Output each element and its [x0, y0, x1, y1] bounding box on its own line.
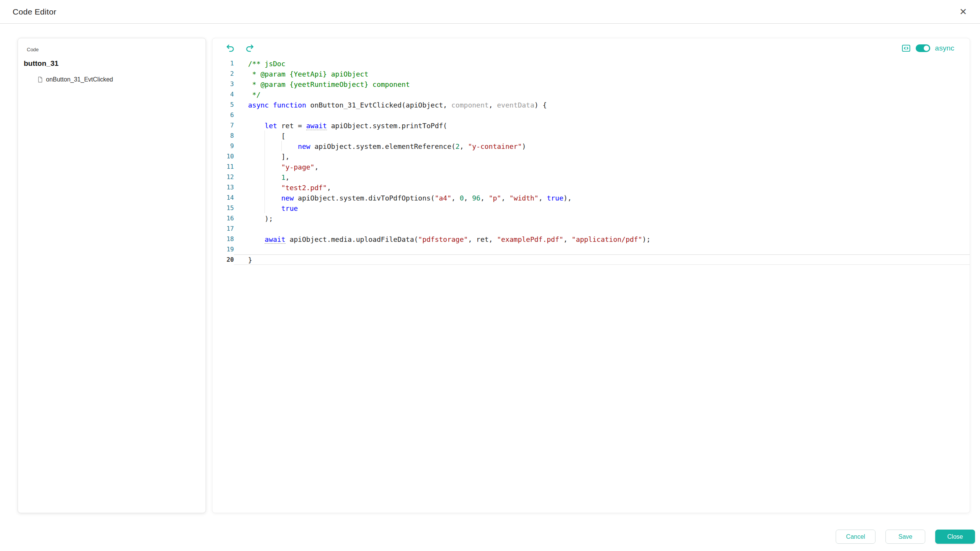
line-number[interactable]: 18 — [212, 234, 234, 244]
async-toggle[interactable] — [916, 44, 930, 52]
code-line[interactable]: 2 * @param {YeetApi} apiObject — [212, 68, 970, 79]
document-icon — [37, 76, 44, 83]
code-text[interactable]: let ret = await apiObject.system.printTo… — [234, 120, 970, 130]
code-line[interactable]: 8 [ — [212, 130, 970, 141]
code-token: true — [547, 194, 563, 202]
code-text[interactable]: ); — [234, 213, 970, 223]
line-number[interactable]: 12 — [212, 172, 234, 182]
sidebar-item-label: onButton_31_EvtClicked — [46, 76, 113, 83]
line-number[interactable]: 3 — [212, 79, 234, 89]
code-token: ); — [642, 235, 651, 243]
close-button[interactable]: Close — [935, 530, 975, 544]
code-line[interactable]: 20} — [212, 254, 970, 265]
code-token: , — [501, 194, 510, 202]
code-text[interactable]: * @param {yeetRuntimeObject} component — [234, 79, 970, 89]
code-line[interactable]: 15 true — [212, 203, 970, 213]
code-line[interactable]: 4 */ — [212, 89, 970, 99]
line-number[interactable]: 10 — [212, 151, 234, 161]
code-text[interactable] — [234, 244, 970, 254]
line-number[interactable]: 6 — [212, 110, 234, 120]
line-number[interactable]: 15 — [212, 203, 234, 213]
code-token: "a4" — [435, 194, 451, 202]
sidebar-item-event-handler[interactable]: onButton_31_EvtClicked — [37, 76, 206, 83]
code-text[interactable]: async function onButton_31_EvtClicked(ap… — [234, 99, 970, 110]
code-token: true — [281, 204, 298, 212]
code-token: /** jsDoc — [248, 60, 286, 68]
code-line[interactable]: 13 "test2.pdf", — [212, 182, 970, 192]
code-line[interactable]: 18 await apiObject.media.uploadFileData(… — [212, 234, 970, 244]
code-line[interactable]: 14 new apiObject.system.divToPdfOptions(… — [212, 192, 970, 203]
code-token: ); — [248, 215, 273, 223]
expand-editor-button[interactable] — [901, 43, 911, 53]
line-number[interactable]: 9 — [212, 141, 234, 151]
code-text[interactable]: "test2.pdf", — [234, 182, 970, 192]
code-line[interactable]: 3 * @param {yeetRuntimeObject} component — [212, 79, 970, 89]
code-line[interactable]: 1/** jsDoc — [212, 58, 970, 68]
code-text[interactable]: /** jsDoc — [234, 58, 970, 68]
code-line[interactable]: 9 new apiObject.system.elementReference(… — [212, 141, 970, 151]
code-token: , — [451, 194, 460, 202]
undo-icon — [225, 43, 235, 53]
code-text[interactable]: true — [234, 203, 970, 213]
code-text[interactable]: * @param {YeetApi} apiObject — [234, 68, 970, 79]
code-token: new — [281, 194, 294, 202]
code-text[interactable]: } — [234, 254, 970, 265]
code-text[interactable]: new apiObject.system.elementReference(2,… — [234, 141, 970, 151]
async-toggle-knob — [924, 46, 929, 51]
code-token: 96 — [472, 194, 480, 202]
close-icon[interactable]: ✕ — [958, 6, 969, 18]
code-line[interactable]: 5async function onButton_31_EvtClicked(a… — [212, 99, 970, 110]
line-number[interactable]: 13 — [212, 182, 234, 192]
undo-button[interactable] — [225, 43, 235, 53]
line-number[interactable]: 14 — [212, 192, 234, 203]
code-token: await — [306, 122, 327, 130]
code-text[interactable]: new apiObject.system.divToPdfOptions("a4… — [234, 192, 970, 203]
code-editor[interactable]: 1/** jsDoc2 * @param {YeetApi} apiObject… — [212, 58, 970, 513]
code-tree-panel: Code button_31 onButton_31_EvtClicked — [18, 38, 206, 513]
redo-icon — [245, 43, 255, 53]
code-token: , — [286, 173, 290, 181]
code-line[interactable]: 16 ); — [212, 213, 970, 223]
code-text[interactable]: [ — [234, 130, 970, 141]
line-number[interactable]: 17 — [212, 223, 234, 234]
code-token: , — [460, 142, 468, 150]
code-text[interactable]: "y-page", — [234, 161, 970, 172]
line-number[interactable]: 2 — [212, 68, 234, 79]
code-line[interactable]: 6 — [212, 110, 970, 120]
code-text[interactable]: ], — [234, 151, 970, 161]
code-text[interactable] — [234, 110, 970, 120]
code-token: "width" — [510, 194, 539, 202]
code-line[interactable]: 7 let ret = await apiObject.system.print… — [212, 120, 970, 130]
line-number[interactable]: 5 — [212, 99, 234, 110]
code-line[interactable]: 12 1, — [212, 172, 970, 182]
line-number[interactable]: 7 — [212, 120, 234, 130]
code-token: "y-container" — [468, 142, 522, 150]
code-token: , — [539, 194, 547, 202]
code-text[interactable] — [234, 223, 970, 234]
code-token: async — [248, 101, 269, 109]
line-number[interactable]: 16 — [212, 213, 234, 223]
line-number[interactable]: 1 — [212, 58, 234, 68]
code-token: ret = — [277, 122, 306, 130]
code-line[interactable]: 17 — [212, 223, 970, 234]
redo-button[interactable] — [245, 43, 255, 53]
code-text[interactable]: */ — [234, 89, 970, 99]
code-text[interactable]: 1, — [234, 172, 970, 182]
code-line[interactable]: 19 — [212, 244, 970, 254]
code-line[interactable]: 11 "y-page", — [212, 161, 970, 172]
code-token: 1 — [281, 173, 286, 181]
save-button[interactable]: Save — [885, 530, 925, 544]
cancel-button[interactable]: Cancel — [836, 530, 875, 544]
indent-guide — [281, 141, 282, 151]
code-token: 0 — [460, 194, 464, 202]
line-number[interactable]: 11 — [212, 161, 234, 172]
code-token: apiObject.system.elementReference( — [310, 142, 456, 150]
line-number[interactable]: 20 — [212, 254, 234, 265]
dialog-footer: Cancel Save Close — [836, 530, 975, 544]
line-number[interactable]: 4 — [212, 89, 234, 99]
code-text[interactable]: await apiObject.media.uploadFileData("pd… — [234, 234, 970, 244]
line-number[interactable]: 19 — [212, 244, 234, 254]
line-number[interactable]: 8 — [212, 130, 234, 141]
code-token: [ — [248, 132, 286, 140]
code-line[interactable]: 10 ], — [212, 151, 970, 161]
